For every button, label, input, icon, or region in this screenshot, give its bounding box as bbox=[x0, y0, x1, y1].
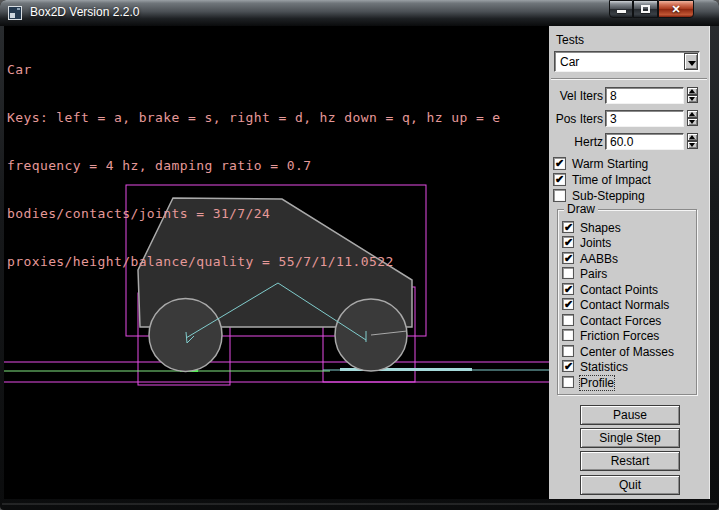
checkmark-icon: ✔ bbox=[564, 236, 573, 249]
checkbox-label: Joints bbox=[580, 236, 611, 250]
checkbox-box[interactable]: ✔ bbox=[562, 360, 574, 372]
checkbox-label: Contact Normals bbox=[580, 298, 669, 312]
minimize-icon bbox=[617, 10, 626, 13]
checkbox-box[interactable]: ✔ bbox=[562, 221, 574, 233]
quit-button[interactable]: Quit bbox=[580, 475, 680, 495]
vel-iters-label: Vel Iters bbox=[549, 89, 603, 103]
tests-dropdown[interactable]: Car bbox=[554, 51, 700, 72]
checkmark-icon: ✔ bbox=[564, 283, 573, 296]
maximize-button[interactable] bbox=[633, 0, 658, 18]
window-title: Box2D Version 2.2.0 bbox=[30, 5, 139, 19]
checkbox-box[interactable] bbox=[562, 314, 574, 326]
separator bbox=[551, 78, 707, 80]
spinner-up-button[interactable] bbox=[687, 133, 698, 141]
spinner-down-icon bbox=[689, 97, 695, 101]
stats-line: bodies/contacts/joints = 31/7/24 bbox=[7, 206, 501, 222]
checkmark-icon: ✔ bbox=[564, 221, 573, 234]
checkbox-label: Contact Points bbox=[580, 283, 658, 297]
app-icon-detail2 bbox=[17, 8, 20, 10]
window-border-highlight bbox=[2, 503, 717, 505]
restart-button[interactable]: Restart bbox=[580, 451, 680, 471]
proxy-stats-line: proxies/height/balance/quality = 55/7/1/… bbox=[7, 254, 501, 270]
debug-text-block: Car Keys: left = a, brake = s, right = d… bbox=[7, 30, 501, 302]
spinner-down-button[interactable] bbox=[687, 95, 698, 103]
minimize-button[interactable] bbox=[609, 0, 633, 18]
vel-iters-spinner bbox=[687, 87, 698, 104]
spinner-up-icon bbox=[689, 112, 695, 116]
checkbox-box[interactable]: ✔ bbox=[553, 173, 566, 186]
spinner-down-button[interactable] bbox=[687, 118, 698, 126]
tests-dropdown-button[interactable] bbox=[684, 53, 698, 70]
checkbox-box[interactable] bbox=[562, 345, 574, 357]
hertz-spinner bbox=[687, 133, 698, 150]
tests-label: Tests bbox=[556, 33, 584, 47]
checkbox-box[interactable]: ✔ bbox=[562, 283, 574, 295]
left-wheel bbox=[149, 299, 222, 372]
spinner-up-icon bbox=[689, 135, 695, 139]
pos-iters-label: Pos Iters bbox=[549, 112, 603, 126]
checkbox-box[interactable]: ✔ bbox=[553, 157, 566, 170]
simulation-canvas[interactable]: Car Keys: left = a, brake = s, right = d… bbox=[4, 26, 549, 499]
checkmark-icon: ✔ bbox=[564, 360, 573, 373]
checkmark-icon: ✔ bbox=[555, 173, 564, 186]
keys-help-line: Keys: left = a, brake = s, right = d, hz… bbox=[7, 110, 501, 126]
app-icon[interactable] bbox=[8, 6, 22, 20]
titlebar[interactable]: Box2D Version 2.2.0 ✕ bbox=[0, 0, 719, 26]
checkbox-label: Contact Forces bbox=[580, 314, 661, 328]
hertz-input[interactable]: 60.0 bbox=[605, 133, 684, 150]
checkbox-label: Statistics bbox=[580, 360, 628, 374]
draw-group-title: Draw bbox=[564, 202, 598, 216]
pos-iters-input[interactable]: 3 bbox=[605, 110, 684, 127]
spinner-up-icon bbox=[689, 89, 695, 93]
spinner-down-button[interactable] bbox=[687, 141, 698, 149]
pos-iters-spinner bbox=[687, 110, 698, 127]
spinner-up-button[interactable] bbox=[687, 87, 698, 95]
checkbox-label: Warm Starting bbox=[572, 157, 648, 171]
checkbox-box[interactable] bbox=[562, 267, 574, 279]
checkbox-box[interactable]: ✔ bbox=[562, 298, 574, 310]
single-step-button[interactable]: Single Step bbox=[580, 428, 680, 448]
spinner-down-icon bbox=[689, 143, 695, 147]
checkbox-label: Pairs bbox=[580, 267, 607, 281]
hertz-row: Hertz 60.0 bbox=[549, 133, 710, 151]
spinner-down-icon bbox=[689, 120, 695, 124]
close-button[interactable]: ✕ bbox=[658, 0, 694, 18]
close-icon: ✕ bbox=[659, 3, 693, 16]
checkbox-label: AABBs bbox=[580, 252, 618, 266]
checkbox-box[interactable]: ✔ bbox=[562, 236, 574, 248]
checkbox-label: Profile bbox=[580, 376, 614, 390]
tests-dropdown-value: Car bbox=[560, 55, 579, 69]
checkbox-box[interactable] bbox=[562, 376, 574, 388]
checkbox-box[interactable] bbox=[553, 189, 566, 202]
checkbox-label: Center of Masses bbox=[580, 345, 674, 359]
checkbox-box[interactable]: ✔ bbox=[562, 252, 574, 264]
checkbox-label: Friction Forces bbox=[580, 329, 659, 343]
checkbox-label: Time of Impact bbox=[572, 173, 651, 187]
checkmark-icon: ✔ bbox=[564, 252, 573, 265]
app-window: Box2D Version 2.2.0 ✕ bbox=[0, 0, 719, 510]
control-panel: Tests Car Vel Iters 8 Pos Iters 3 Hertz bbox=[549, 26, 710, 499]
maximize-icon bbox=[641, 5, 650, 13]
chevron-down-icon bbox=[688, 61, 696, 66]
spinner-up-button[interactable] bbox=[687, 110, 698, 118]
app-icon-detail bbox=[10, 13, 15, 18]
frequency-line: frequency = 4 hz, damping ratio = 0.7 bbox=[7, 158, 501, 174]
hertz-label: Hertz bbox=[549, 135, 603, 149]
checkbox-box[interactable] bbox=[562, 329, 574, 341]
checkbox-label: Sub-Stepping bbox=[572, 189, 645, 203]
checkmark-icon: ✔ bbox=[555, 157, 564, 170]
vel-iters-row: Vel Iters 8 bbox=[549, 87, 710, 105]
test-title: Car bbox=[7, 62, 501, 78]
checkmark-icon: ✔ bbox=[564, 298, 573, 311]
pause-button[interactable]: Pause bbox=[580, 405, 680, 425]
checkbox-label: Shapes bbox=[580, 221, 621, 235]
pos-iters-row: Pos Iters 3 bbox=[549, 110, 710, 128]
vel-iters-input[interactable]: 8 bbox=[605, 87, 684, 104]
